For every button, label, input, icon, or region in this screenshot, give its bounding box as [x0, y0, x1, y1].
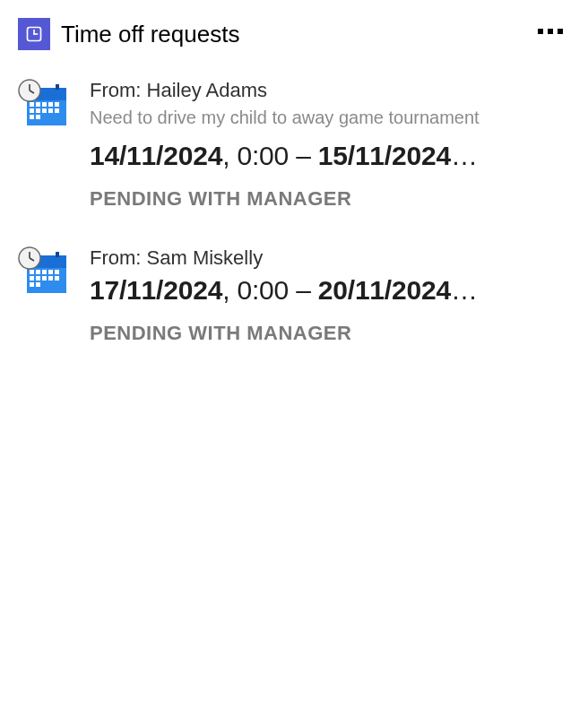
request-dates: 17/11/2024, 0:00 – 20/11/2024…: [90, 275, 570, 306]
request-content: From: Hailey Adams Need to drive my chil…: [90, 79, 570, 211]
request-dates: 14/11/2024, 0:00 – 15/11/2024…: [90, 141, 570, 171]
calendar-clock-icon: [18, 246, 68, 297]
clock-icon: [25, 25, 43, 43]
request-reason: Need to drive my child to away game tour…: [90, 108, 570, 128]
more-options-button[interactable]: [538, 29, 563, 34]
requests-list: From: Hailey Adams Need to drive my chil…: [0, 61, 588, 370]
more-dot: [558, 29, 563, 34]
calendar-clock-icon: [18, 79, 68, 129]
clock-icon-badge: [18, 18, 50, 50]
request-item[interactable]: From: Sam Miskelly 17/11/2024, 0:00 – 20…: [0, 232, 588, 367]
request-from: From: Sam Miskelly: [90, 246, 570, 270]
request-status: PENDING WITH MANAGER: [90, 322, 570, 345]
request-from: From: Hailey Adams: [90, 79, 570, 102]
request-status: PENDING WITH MANAGER: [90, 187, 570, 211]
card-header: Time off requests: [0, 0, 588, 61]
request-item[interactable]: From: Hailey Adams Need to drive my chil…: [0, 65, 588, 232]
request-content: From: Sam Miskelly 17/11/2024, 0:00 – 20…: [90, 246, 570, 345]
more-dot: [548, 29, 553, 34]
more-dot: [538, 29, 543, 34]
card-title: Time off requests: [61, 21, 239, 48]
